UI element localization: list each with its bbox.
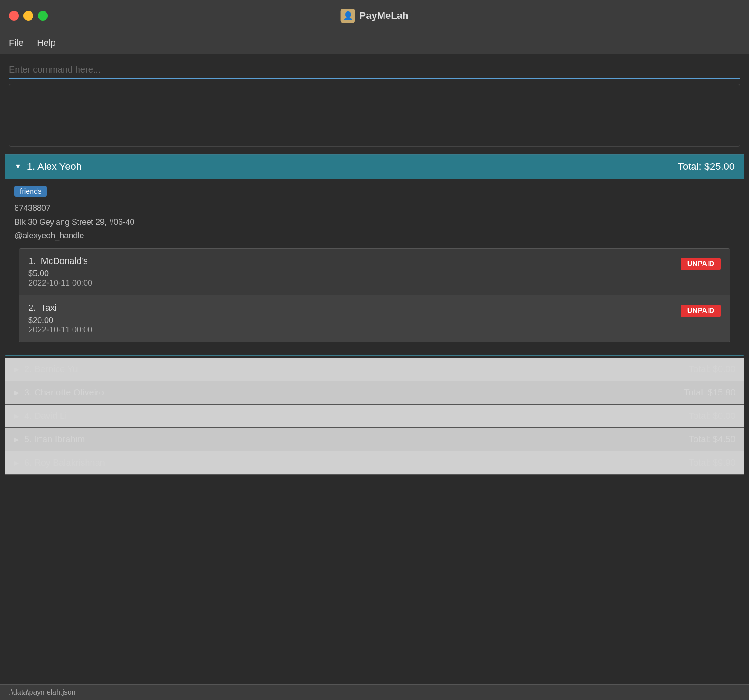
- contact-total-3: Total: $15.80: [684, 387, 735, 398]
- app-icon: 👤: [341, 9, 355, 23]
- chevron-right-icon-6: ▶: [14, 459, 19, 467]
- contact-item-3[interactable]: ▶ 3. Charlotte Oliveiro Total: $15.80: [5, 381, 744, 405]
- contact-item-2[interactable]: ▶ 2. Bernice Yu Total: $0.00: [5, 358, 744, 381]
- maximize-button[interactable]: [38, 11, 48, 21]
- contact-row-left-6: ▶ 6. Roy Balakrishnan: [14, 458, 105, 468]
- close-button[interactable]: [9, 11, 19, 21]
- transaction-name-1: McDonald's: [41, 256, 88, 266]
- contact-item-6[interactable]: ▶ 6. Roy Balakrishnan Total: $9.90: [5, 451, 744, 475]
- chevron-right-icon-2: ▶: [14, 365, 19, 373]
- transaction-index-2: 2: [28, 303, 33, 313]
- contact-name-6: 6. Roy Balakrishnan: [24, 458, 105, 468]
- transaction-title-1: 1. McDonald's: [28, 256, 681, 266]
- window-controls: [9, 11, 48, 21]
- app-title-group: 👤 PayMeLah: [341, 9, 409, 23]
- contact-row-left-2: ▶ 2. Bernice Yu: [14, 364, 78, 374]
- transaction-amount-2: $20.00: [28, 316, 681, 325]
- command-area: [0, 54, 749, 82]
- contact-handle-1: @alexyeoh_handle: [14, 229, 735, 243]
- transaction-info-2: 2. Taxi $20.00 2022-10-11 00:00: [28, 303, 681, 335]
- menu-help[interactable]: Help: [37, 38, 55, 48]
- contact-details-1: friends 87438807 Blk 30 Geylang Street 2…: [5, 179, 744, 355]
- transaction-item-1: 1. McDonald's $5.00 2022-10-11 00:00 UNP…: [19, 249, 730, 295]
- contact-total-2: Total: $0.00: [689, 364, 735, 374]
- contact-name-4: 4. David Li: [24, 411, 67, 421]
- chevron-down-icon: ▼: [14, 163, 22, 171]
- contact-item-1: ▼ 1. Alex Yeoh Total: $25.00 friends 874…: [5, 154, 744, 356]
- output-area: [9, 84, 740, 147]
- transaction-name-2: Taxi: [41, 303, 57, 313]
- contact-info-1: 87438807 Blk 30 Geylang Street 29, #06-4…: [14, 201, 735, 243]
- contact-address-1: Blk 30 Geylang Street 29, #06-40: [14, 215, 735, 229]
- transaction-date-1: 2022-10-11 00:00: [28, 278, 681, 288]
- title-bar: 👤 PayMeLah: [0, 0, 749, 32]
- transaction-amount-1: $5.00: [28, 269, 681, 278]
- menu-file[interactable]: File: [9, 38, 23, 48]
- status-path: .\data\paymelah.json: [9, 688, 76, 696]
- menu-bar: File Help: [0, 32, 749, 54]
- contact-tag-1: friends: [14, 186, 47, 197]
- contact-total-1: Total: $25.00: [678, 161, 735, 173]
- contact-total-4: Total: $0.00: [689, 411, 735, 421]
- transaction-date-2: 2022-10-11 00:00: [28, 325, 681, 335]
- transactions-list-1: 1. McDonald's $5.00 2022-10-11 00:00 UNP…: [19, 248, 730, 342]
- contact-header-left-1: ▼ 1. Alex Yeoh: [14, 161, 82, 173]
- transaction-index-1: 1: [28, 256, 33, 266]
- unpaid-badge-2[interactable]: UNPAID: [681, 305, 721, 317]
- chevron-right-icon-5: ▶: [14, 435, 19, 444]
- contact-total-6: Total: $9.90: [689, 458, 735, 468]
- transaction-item-2: 2. Taxi $20.00 2022-10-11 00:00 UNPAID: [19, 295, 730, 342]
- contact-name-1: 1. Alex Yeoh: [27, 161, 82, 173]
- transaction-title-2: 2. Taxi: [28, 303, 681, 313]
- minimize-button[interactable]: [23, 11, 33, 21]
- contact-name-5: 5. Irfan Ibrahim: [24, 434, 85, 445]
- contact-name-3: 3. Charlotte Oliveiro: [24, 387, 104, 398]
- contact-row-left-3: ▶ 3. Charlotte Oliveiro: [14, 387, 104, 398]
- chevron-right-icon-3: ▶: [14, 388, 19, 397]
- contact-total-5: Total: $4.50: [689, 434, 735, 445]
- contact-row-left-5: ▶ 5. Irfan Ibrahim: [14, 434, 85, 445]
- app-title: PayMeLah: [360, 10, 409, 22]
- contact-phone-1: 87438807: [14, 201, 735, 215]
- contact-item-4[interactable]: ▶ 4. David Li Total: $0.00: [5, 405, 744, 428]
- contact-row-left-4: ▶ 4. David Li: [14, 411, 67, 421]
- unpaid-badge-1[interactable]: UNPAID: [681, 258, 721, 270]
- transaction-info-1: 1. McDonald's $5.00 2022-10-11 00:00: [28, 256, 681, 288]
- chevron-right-icon-4: ▶: [14, 412, 19, 420]
- contact-name-2: 2. Bernice Yu: [24, 364, 78, 374]
- contact-header-1[interactable]: ▼ 1. Alex Yeoh Total: $25.00: [5, 155, 744, 179]
- command-input[interactable]: [9, 61, 740, 79]
- contact-item-5[interactable]: ▶ 5. Irfan Ibrahim Total: $4.50: [5, 428, 744, 451]
- status-bar: .\data\paymelah.json: [0, 684, 749, 700]
- contacts-list: ▼ 1. Alex Yeoh Total: $25.00 friends 874…: [5, 154, 744, 475]
